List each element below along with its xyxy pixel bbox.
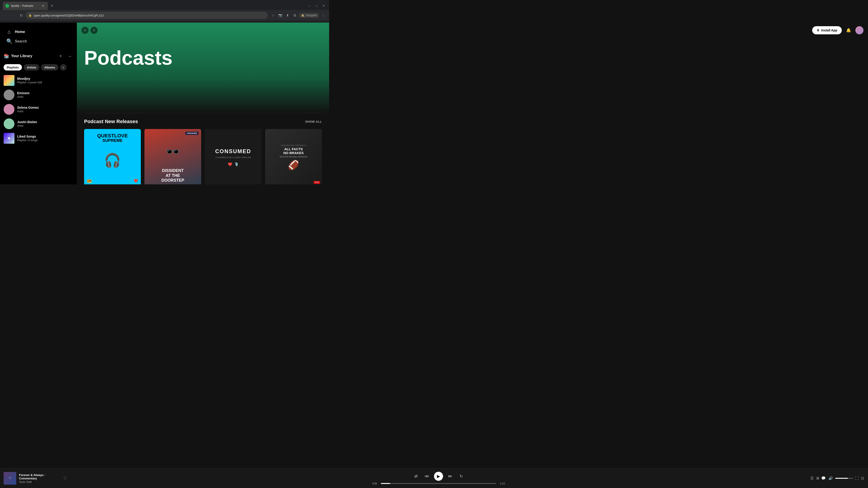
expand-library-button[interactable]: →	[66, 53, 73, 60]
app-container: ⌂ Home 🔍 Search 📚 Your Library + → Playl…	[0, 23, 329, 184]
window-controls: ─ □ ✕	[307, 3, 327, 8]
library-section: 📚 Your Library + → Playlists Artists Alb…	[0, 50, 77, 184]
tab-favicon: ♪	[5, 4, 9, 8]
item-meta: Playlist • 9 songs	[17, 139, 73, 142]
back-button[interactable]: ←	[3, 12, 9, 19]
close-button[interactable]: ✕	[321, 3, 327, 8]
item-meta: Playlist • Lauren Deli	[17, 81, 73, 84]
podcast-card[interactable]: CROOKED 🕶️ DISSIDENTAT THEDOORSTEP	[145, 129, 201, 184]
moodjoy-info: Moodjoy Playlist • Lauren Deli	[17, 77, 73, 84]
browser-nav-bar: ← → ↻ 🔒 open.spotify.com/genre/0JQ5DArNB…	[0, 10, 329, 21]
filter-albums[interactable]: Albums	[41, 64, 58, 70]
list-item[interactable]: Selena Gomez Artist	[2, 102, 75, 117]
filter-playlists[interactable]: Playlists	[4, 64, 22, 70]
podcast-card[interactable]: QUESTLOVE SUPREME 🎧 📻 ❤️	[84, 129, 141, 184]
liked-songs-art: ♥	[4, 133, 14, 144]
new-tab-button[interactable]: +	[49, 3, 55, 9]
bookmark-button[interactable]: ☆	[270, 12, 276, 19]
item-meta: Artist	[17, 95, 73, 98]
consumed-art: CONSUMED A SUPERNATURAL AUDIO THRILLER ❤…	[205, 129, 261, 184]
library-actions: + →	[57, 53, 73, 60]
forward-arrow-button[interactable]: ›	[90, 27, 98, 34]
sidebar-item-home[interactable]: ⌂ Home	[4, 27, 73, 37]
filter-artists[interactable]: Artists	[24, 64, 39, 70]
questlove-art: QUESTLOVE SUPREME 🎧 📻 ❤️	[84, 129, 141, 184]
menu-button[interactable]: ⋮	[320, 12, 327, 19]
reload-button[interactable]: ↻	[18, 12, 24, 19]
eminem-art	[4, 90, 14, 100]
lock-icon: 🔒	[29, 14, 32, 17]
library-title: Your Library	[11, 54, 55, 58]
search-label: Search	[15, 39, 27, 43]
item-name: Selena Gomez	[17, 106, 73, 109]
item-name: Justin Bieber	[17, 120, 73, 124]
filter-tabs: Playlists Artists Albums ›	[2, 62, 75, 73]
home-icon: ⌂	[6, 29, 12, 35]
incognito-badge[interactable]: 🕵 Incognito	[299, 13, 319, 18]
podcast-card[interactable]: CONSUMED A SUPERNATURAL AUDIO THRILLER ❤…	[205, 129, 261, 184]
sidebar: ⌂ Home 🔍 Search 📚 Your Library + → Playl…	[0, 23, 77, 184]
show-all-button[interactable]: Show all	[305, 120, 322, 123]
incognito-icon: 🕵	[301, 14, 305, 17]
podcast-grid: QUESTLOVE SUPREME 🎧 📻 ❤️	[84, 129, 322, 184]
item-meta: Artist	[17, 110, 73, 113]
hero-title: Podcasts	[84, 48, 322, 68]
list-item[interactable]: Justin Bieber Artist	[2, 117, 75, 131]
list-item[interactable]: ♥ Liked Songs Playlist • 9 songs	[2, 131, 75, 145]
main-header: ‹ › ⬇ Install App 🔔	[77, 23, 329, 38]
download-button[interactable]: ⬇	[284, 12, 291, 19]
podcast-card[interactable]: UNDISPUTED PRESENTS ALL FACTSNO BRAKES W…	[265, 129, 322, 184]
dissident-art: CROOKED 🕶️ DISSIDENTAT THEDOORSTEP	[145, 129, 201, 184]
item-meta: Artist	[17, 124, 73, 127]
screenshot-button[interactable]: 📷	[277, 12, 283, 19]
moodjoy-art	[4, 75, 14, 86]
home-label: Home	[15, 30, 25, 34]
library-icon: 📚	[4, 53, 9, 59]
item-name: Moodjoy	[17, 77, 73, 80]
tab-view-button[interactable]: ⧉	[291, 12, 298, 19]
address-bar[interactable]: 🔒 open.spotify.com/genre/0JQ5DArNBzkmxXH…	[26, 12, 268, 19]
active-tab[interactable]: ♪ Spotify – Podcasts ✕	[3, 2, 48, 10]
jb-art	[4, 119, 14, 129]
item-name: Eminem	[17, 91, 73, 95]
maximize-button[interactable]: □	[314, 3, 319, 8]
browser-tab-bar: ♪ Spotify – Podcasts ✕ + ─ □ ✕	[0, 0, 329, 10]
section-title: Podcast New Releases	[84, 119, 138, 125]
selena-art	[4, 104, 14, 115]
liked-songs-info: Liked Songs Playlist • 9 songs	[17, 135, 73, 142]
incognito-label: Incognito	[306, 14, 317, 17]
list-item[interactable]: Eminem Artist	[2, 88, 75, 102]
address-text: open.spotify.com/genre/0JQ5DArNBzkmxXHCq…	[34, 14, 265, 17]
item-name: Liked Songs	[17, 135, 73, 138]
forward-button[interactable]: →	[10, 12, 17, 19]
main-content: ‹ › ⬇ Install App 🔔 Podcasts Podcast	[77, 23, 329, 184]
back-arrow-button[interactable]: ‹	[81, 27, 89, 34]
browser-chrome: ♪ Spotify – Podcasts ✕ + ─ □ ✕ ← → ↻ 🔒 o…	[0, 0, 329, 23]
allfacts-art: UNDISPUTED PRESENTS ALL FACTSNO BRAKES W…	[265, 129, 322, 184]
search-icon: 🔍	[6, 38, 12, 44]
add-library-button[interactable]: +	[57, 53, 64, 60]
selena-info: Selena Gomez Artist	[17, 106, 73, 113]
podcast-section: Podcast New Releases Show all QUESTLOVE …	[77, 113, 329, 184]
tab-close-button[interactable]: ✕	[41, 4, 45, 8]
browser-action-buttons: ☆ 📷 ⬇ ⧉ 🕵 Incognito ⋮	[270, 12, 327, 19]
list-item[interactable]: Moodjoy Playlist • Lauren Deli	[2, 73, 75, 88]
section-header: Podcast New Releases Show all	[84, 119, 322, 125]
jb-info: Justin Bieber Artist	[17, 120, 73, 127]
tab-title: Spotify – Podcasts	[11, 4, 39, 7]
sidebar-nav: ⌂ Home 🔍 Search	[0, 23, 77, 50]
library-header: 📚 Your Library + →	[2, 50, 75, 62]
filter-more-button[interactable]: ›	[60, 64, 66, 70]
sidebar-item-search[interactable]: 🔍 Search	[4, 37, 73, 46]
eminem-info: Eminem Artist	[17, 91, 73, 98]
nav-arrows: ‹ ›	[81, 27, 98, 34]
minimize-button[interactable]: ─	[307, 3, 312, 8]
